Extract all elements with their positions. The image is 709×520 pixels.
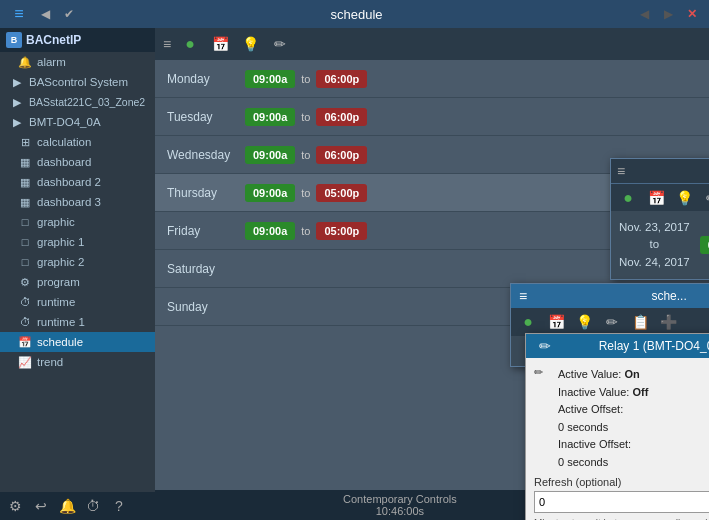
sidebar-item-label: calculation: [37, 136, 91, 148]
back-nav-icon[interactable]: ↩: [32, 497, 50, 515]
forward-button[interactable]: ✔: [60, 5, 78, 23]
sidebar-item-dashboard2[interactable]: ▦ dashboard 2: [0, 172, 155, 192]
dashboard3-icon: ▦: [18, 195, 32, 209]
sidebar-item-alarm[interactable]: 🔔 alarm: [0, 52, 155, 72]
sidebar-item-graphic2[interactable]: □ graphic 2: [0, 252, 155, 272]
float-sched-toolbar: ● 📅 💡 ✏ 📋 ➕: [511, 308, 709, 336]
alarm-icon: 🔔: [18, 55, 32, 69]
app-menu-icon[interactable]: ≡: [8, 3, 30, 25]
friday-start-btn[interactable]: 09:00a: [245, 222, 295, 240]
trend-icon: 📈: [18, 355, 32, 369]
sidebar-item-calculation[interactable]: ⊞ calculation: [0, 132, 155, 152]
graphic1-icon: □: [18, 235, 32, 249]
title-bar: ≡ ◀ ✔ schedule ◀ ▶ ✕: [0, 0, 709, 28]
float-sched-title-text: sche...: [651, 289, 686, 303]
friday-end-btn[interactable]: 05:00p: [316, 222, 367, 240]
sched-bulb-icon[interactable]: 💡: [573, 311, 595, 333]
sidebar-item-label: graphic 1: [37, 236, 84, 248]
monday-range: 09:00a to 06:00p: [245, 70, 367, 88]
point-panel-title: Relay 1 (BMT-DO4_0A): [599, 339, 709, 353]
refresh-icon[interactable]: ●: [179, 33, 201, 55]
sidebar-item-trend[interactable]: 📈 trend: [0, 352, 155, 372]
close-button[interactable]: ✕: [683, 5, 701, 23]
timer-icon[interactable]: ⏱: [84, 497, 102, 515]
dashboard2-icon: ▦: [18, 175, 32, 189]
notification-icon[interactable]: 🔔: [58, 497, 76, 515]
friday-range: 09:00a to 05:00p: [245, 222, 367, 240]
sidebar-item-basstat[interactable]: ▶ BASstat221C_03_Zone2: [0, 92, 155, 112]
monday-start-btn[interactable]: 09:00a: [245, 70, 295, 88]
sidebar-item-dashboard[interactable]: ▦ dashboard: [0, 152, 155, 172]
friday-label: Friday: [155, 224, 245, 238]
calendar-icon[interactable]: 📅: [209, 33, 231, 55]
tuesday-end-btn[interactable]: 06:00p: [316, 108, 367, 126]
thursday-end-btn[interactable]: 05:00p: [316, 184, 367, 202]
date-range-text: Nov. 23, 2017 to Nov. 24, 2017: [619, 219, 690, 271]
monday-row: Monday 09:00a to 06:00p: [155, 60, 709, 98]
sidebar-item-label: dashboard: [37, 156, 91, 168]
sidebar-item-runtime1[interactable]: ⏱ runtime 1: [0, 312, 155, 332]
float-bulb-icon[interactable]: 💡: [673, 187, 695, 209]
point-edit-btn[interactable]: ✏: [534, 366, 554, 379]
refresh-input-row: ▲ ▼: [534, 491, 709, 513]
runtime1-icon: ⏱: [18, 315, 32, 329]
sidebar-item-bmt[interactable]: ▶ BMT-DO4_0A: [0, 112, 155, 132]
point-edit-icon[interactable]: ✏: [534, 335, 556, 357]
float-panel-point: ✏ Relay 1 (BMT-DO4_0A) ✕ ✏ Active Value:…: [525, 333, 709, 520]
float-sched-menu-icon[interactable]: ≡: [519, 288, 527, 304]
sidebar-item-label: BMT-DO4_0A: [29, 116, 101, 128]
tuesday-start-btn[interactable]: 09:00a: [245, 108, 295, 126]
body: B BACnetIP 🔔 alarm ▶ BAScontrol System ▶…: [0, 28, 709, 520]
float-menu-icon[interactable]: ≡: [617, 163, 625, 179]
sched-refresh-icon[interactable]: ●: [517, 311, 539, 333]
wednesday-label: Wednesday: [155, 148, 245, 162]
sidebar-item-runtime[interactable]: ⏱ runtime: [0, 292, 155, 312]
title-bar-right: ◀ ▶ ✕: [635, 5, 701, 23]
thursday-range: 09:00a to 05:00p: [245, 184, 367, 202]
sidebar-item-label: graphic 2: [37, 256, 84, 268]
point-values-row: ✏ Active Value: On Inactive Value: Off A…: [534, 366, 709, 472]
prev-button[interactable]: ◀: [635, 5, 653, 23]
thursday-label: Thursday: [155, 186, 245, 200]
sidebar-item-label: runtime: [37, 296, 75, 308]
edit-icon[interactable]: ✏: [269, 33, 291, 55]
wednesday-start-btn[interactable]: 09:00a: [245, 146, 295, 164]
sched-calendar-icon[interactable]: 📅: [545, 311, 567, 333]
float-refresh-icon[interactable]: ●: [617, 187, 639, 209]
sidebar-item-label: graphic: [37, 216, 75, 228]
monday-end-btn[interactable]: 06:00p: [316, 70, 367, 88]
float-start-btn[interactable]: 09:00a: [700, 236, 709, 254]
refresh-input[interactable]: [534, 491, 709, 513]
expand-icon: ▶: [10, 95, 24, 109]
sidebar-item-dashboard3[interactable]: ▦ dashboard 3: [0, 192, 155, 212]
bacnet-icon: B: [6, 32, 22, 48]
sidebar-item-label: program: [37, 276, 80, 288]
thursday-start-btn[interactable]: 09:00a: [245, 184, 295, 202]
float-edit-icon[interactable]: ✏: [701, 187, 709, 209]
sched-edit-icon[interactable]: ✏: [601, 311, 623, 333]
settings-icon[interactable]: ⚙: [6, 497, 24, 515]
wednesday-end-btn[interactable]: 06:00p: [316, 146, 367, 164]
sidebar-item-graphic[interactable]: □ graphic: [0, 212, 155, 232]
float-calendar-icon[interactable]: 📅: [645, 187, 667, 209]
wednesday-range: 09:00a to 06:00p: [245, 146, 367, 164]
sched-add-icon[interactable]: ➕: [657, 311, 679, 333]
sched-copy-icon[interactable]: 📋: [629, 311, 651, 333]
float-panel-date: ≡ ● 📅 💡 ✏ Nov. 23, 2017 to Nov. 24, 2017: [610, 158, 709, 280]
menu-icon[interactable]: ≡: [163, 36, 171, 52]
help-icon[interactable]: ?: [110, 497, 128, 515]
graphic2-icon: □: [18, 255, 32, 269]
float-date-toolbar: ● 📅 💡 ✏: [611, 183, 709, 211]
sidebar-item-bascontrol[interactable]: ▶ BAScontrol System: [0, 72, 155, 92]
back-button[interactable]: ◀: [36, 5, 54, 23]
lightbulb-icon[interactable]: 💡: [239, 33, 261, 55]
sidebar-item-graphic1[interactable]: □ graphic 1: [0, 232, 155, 252]
window-title: schedule: [78, 7, 635, 22]
calc-icon: ⊞: [18, 135, 32, 149]
saturday-label: Saturday: [155, 262, 245, 276]
schedule-toolbar: ≡ ● 📅 💡 ✏: [155, 28, 709, 60]
next-button[interactable]: ▶: [659, 5, 677, 23]
sidebar-item-program[interactable]: ⚙ program: [0, 272, 155, 292]
refresh-hint: Minutes to wait between re-sending point…: [534, 517, 709, 520]
sidebar-item-schedule[interactable]: 📅 schedule: [0, 332, 155, 352]
